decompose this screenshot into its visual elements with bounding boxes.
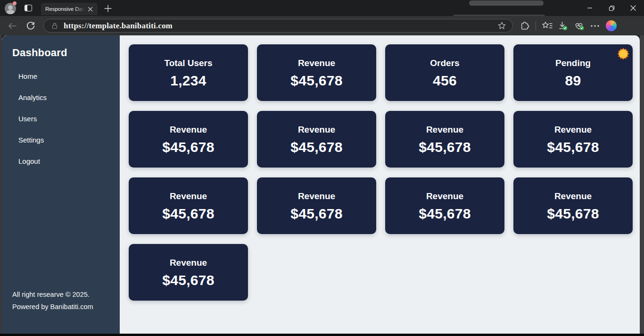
favorites-icon[interactable] (539, 18, 555, 34)
sidebar-footer: All right researve © 2025. Powered by Ba… (12, 288, 93, 313)
stat-card-value: $45,678 (419, 139, 471, 155)
stat-card-value: $45,678 (162, 206, 215, 222)
stat-card: Revenue $45,678 (257, 111, 376, 168)
stat-card-value: 1,234 (170, 73, 206, 89)
stat-card: Revenue $45,678 (385, 177, 504, 234)
profile-notification-dot (13, 1, 17, 5)
browser-essentials-icon[interactable] (571, 18, 587, 34)
theme-toggle-sun-icon[interactable] (617, 48, 629, 60)
extensions-icon[interactable] (517, 18, 533, 34)
minimize-button[interactable] (579, 0, 601, 16)
browser-tab[interactable]: Responsive Dashboard (41, 3, 98, 15)
background-window-fragment (469, 0, 544, 6)
stat-card-title: Revenue (170, 258, 207, 268)
stat-card-title: Revenue (170, 125, 207, 135)
stat-card-value: $45,678 (547, 206, 599, 222)
stat-card: Revenue $45,678 (385, 111, 504, 168)
stat-card: Revenue $45,678 (129, 244, 248, 301)
site-info-lock-icon[interactable] (51, 22, 58, 29)
dashboard-page: Dashboard HomeAnalyticsUsersSettingsLogo… (2, 35, 640, 334)
new-tab-button[interactable] (103, 4, 113, 13)
stat-card-value: $45,678 (162, 139, 215, 155)
cards-grid: Total Users 1,234 Revenue $45,678 Orders… (120, 35, 640, 334)
stat-card: Revenue $45,678 (129, 177, 248, 234)
stat-card-title: Revenue (170, 191, 207, 202)
stat-card-title: Total Users (164, 58, 212, 68)
window-controls (579, 0, 644, 16)
stat-card: Revenue $45,678 (257, 177, 376, 234)
stat-card-value: $45,678 (162, 272, 215, 288)
page-scrollbar-track[interactable] (640, 35, 644, 334)
stat-card-title: Revenue (426, 191, 463, 202)
sidebar-nav: HomeAnalyticsUsersSettingsLogout (2, 66, 120, 172)
stat-card-title: Revenue (298, 58, 335, 68)
tab-actions-menu-icon[interactable] (25, 5, 32, 11)
stat-card-value: $45,678 (290, 73, 343, 89)
browser-titlebar: Responsive Dashboard (0, 0, 644, 16)
stat-card: Total Users 1,234 (129, 44, 248, 101)
tab-title: Responsive Dashboard (45, 5, 85, 13)
stat-card-title: Revenue (426, 125, 463, 135)
stat-card-value: 456 (433, 73, 457, 89)
stat-card-title: Revenue (298, 125, 335, 135)
stat-card: Revenue $45,678 (257, 44, 376, 101)
refresh-icon[interactable] (23, 18, 39, 34)
stat-card-title: Revenue (298, 191, 335, 202)
stat-card: Revenue $45,678 (129, 111, 248, 168)
stat-card: Revenue $45,678 (513, 177, 633, 234)
address-bar[interactable]: https://template.banibatiti.com (43, 19, 513, 33)
stat-card-value: 89 (565, 73, 581, 89)
sidebar-item-logout[interactable]: Logout (2, 151, 120, 172)
stat-card: Pending 89 (513, 44, 633, 101)
restore-button[interactable] (601, 0, 622, 16)
footer-copyright: All right researve © 2025. (12, 288, 93, 301)
stat-card-value: $45,678 (290, 139, 343, 155)
close-window-button[interactable] (622, 0, 644, 16)
stat-card-value: $45,678 (419, 206, 471, 222)
sidebar-item-analytics[interactable]: Analytics (2, 87, 120, 108)
stat-card: Orders 456 (385, 44, 504, 101)
sidebar-item-home[interactable]: Home (2, 66, 120, 87)
stat-card-title: Pending (555, 58, 591, 68)
stat-card-value: $45,678 (547, 139, 599, 155)
toolbar-right-icons (517, 18, 619, 34)
bookmark-star-icon[interactable] (495, 20, 509, 32)
stat-card-value: $45,678 (290, 206, 343, 222)
tab-close-icon[interactable] (86, 5, 94, 13)
stat-card-title: Orders (430, 58, 459, 68)
sidebar-item-users[interactable]: Users (2, 108, 120, 129)
toolbar-divider (536, 21, 536, 31)
tab-title-fade (74, 5, 85, 13)
sidebar-item-settings[interactable]: Settings (2, 129, 120, 151)
stat-card: Revenue $45,678 (513, 111, 633, 168)
stat-card-title: Revenue (554, 191, 592, 202)
browser-toolbar: https://template.banibatiti.com (0, 16, 644, 35)
stat-card-title: Revenue (554, 125, 592, 135)
sidebar: Dashboard HomeAnalyticsUsersSettingsLogo… (2, 35, 120, 334)
page-title: Dashboard (12, 47, 120, 59)
downloads-icon[interactable] (555, 18, 571, 34)
more-options-icon[interactable] (587, 18, 603, 34)
window-edge-bottom (0, 334, 644, 336)
back-icon[interactable] (4, 18, 20, 34)
browser-window: Responsive Dashboard (0, 0, 644, 336)
avatar-person-icon (8, 5, 13, 10)
footer-powered-by: Powered by Banibatiti.com (12, 301, 93, 313)
url-text[interactable]: https://template.banibatiti.com (64, 21, 495, 31)
copilot-icon[interactable] (603, 18, 619, 34)
